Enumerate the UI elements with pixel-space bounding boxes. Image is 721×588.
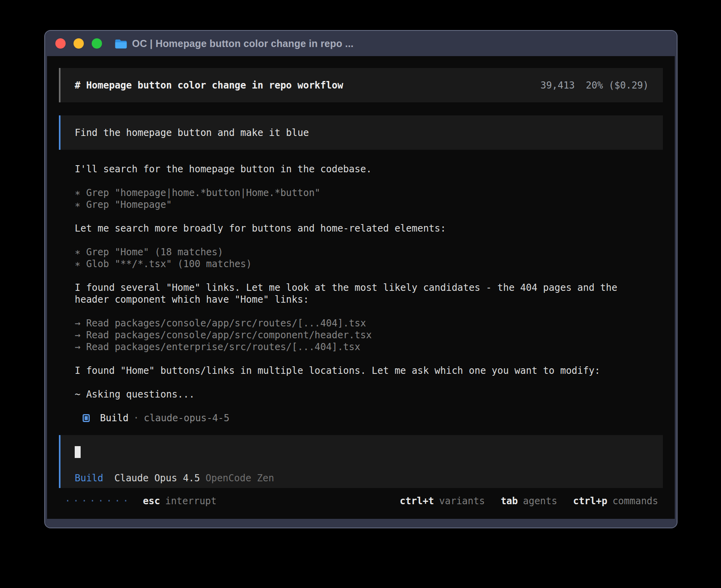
key-hint-variants: ctrl+tvariants [400,495,485,507]
assistant-block: I found several "Home" links. Let me loo… [75,282,663,305]
hint-label: agents [523,495,557,507]
agent-separator: · [133,412,139,424]
transcript-line: ∗ Grep "Home" (18 matches) [75,246,663,258]
minimize-button[interactable] [74,38,84,49]
assistant-block: I found "Home" buttons/links in multiple… [75,365,663,377]
user-message: Find the homepage button and make it blu… [59,115,663,150]
transcript-line: header component which have "Home" links… [75,294,663,305]
hint-key: ctrl+t [400,495,434,507]
agent-status-row: Build · claude-opus-4-5 [83,412,663,424]
transcript-line: → Read packages/enterprise/src/routes/[.… [75,341,663,353]
text-cursor [75,446,81,458]
transcript-line: ∗ Grep "Homepage" [75,199,663,211]
window-title: OC | Homepage button color change in rep… [132,38,353,49]
folder-icon [115,39,127,49]
desktop: OC | Homepage button color change in rep… [0,0,721,588]
transcript-line: I found "Home" buttons/links in multiple… [75,365,663,377]
agent-name: Build [100,412,128,424]
transcript-line: ∗ Grep "homepage|home.*button|Home.*butt… [75,187,663,199]
agent-model: claude-opus-4-5 [144,412,230,424]
assistant-block: I'll search for the homepage button in t… [75,163,663,175]
transcript-line: Let me search more broadly for buttons a… [75,222,663,234]
hint-key: tab [501,495,518,507]
title-bar[interactable]: OC | Homepage button color change in rep… [45,31,677,56]
assistant-block: → Read packages/console/app/src/routes/[… [75,317,663,353]
status-bar: ········ esc interrupt ctrl+tvariantstab… [59,495,663,507]
key-hint-commands: ctrl+pcommands [573,495,658,507]
prompt-input[interactable]: Build Claude Opus 4.5 OpenCode Zen [59,435,663,488]
assistant-block: ∗ Grep "homepage|home.*button|Home.*butt… [75,187,663,211]
assistant-block: ~ Asking questions... [75,388,663,400]
transcript-line: ∗ Glob "**/*.tsx" (100 matches) [75,258,663,270]
input-agent-label[interactable]: Build [75,472,103,484]
assistant-block: Let me search more broadly for buttons a… [75,222,663,234]
esc-key: esc [143,495,160,507]
zoom-button[interactable] [92,38,102,49]
spinner-dots: ········ [65,495,131,507]
input-model-label[interactable]: Claude Opus 4.5 [114,472,200,484]
status-right: ctrl+tvariantstabagentsctrl+pcommands [400,495,658,507]
hint-key: ctrl+p [573,495,608,507]
hint-label: commands [612,495,658,507]
transcript-line: → Read packages/console/app/src/routes/[… [75,317,663,329]
session-header: # Homepage button color change in repo w… [59,68,663,102]
transcript-line: I'll search for the homepage button in t… [75,163,663,175]
transcript-line: ~ Asking questions... [75,388,663,400]
window-bottom-frame [45,519,677,528]
input-line[interactable] [75,446,649,458]
input-provider-label: OpenCode Zen [206,472,274,484]
transcript-line: I found several "Home" links. Let me loo… [75,282,663,294]
hint-label: variants [439,495,485,507]
input-footer: Build Claude Opus 4.5 OpenCode Zen [75,472,649,484]
assistant-block: ∗ Grep "Home" (18 matches)∗ Glob "**/*.t… [75,246,663,270]
transcript: I'll search for the homepage button in t… [75,163,663,400]
user-message-text: Find the homepage button and make it blu… [75,127,309,139]
token-count: 39,413 [540,79,575,91]
session-title: # Homepage button color change in repo w… [75,79,343,91]
terminal-content: # Homepage button color change in repo w… [47,56,675,519]
traffic-lights [55,38,102,49]
status-left: ········ esc interrupt [65,495,217,507]
context-usage: 20% ($0.29) [586,79,649,91]
esc-label: interrupt [165,495,217,507]
key-hint-agents: tabagents [501,495,557,507]
session-stats: 39,413 20% ($0.29) [540,79,649,91]
agent-badge-icon [83,414,90,422]
close-button[interactable] [55,38,66,49]
transcript-line: → Read packages/console/app/src/componen… [75,329,663,341]
interrupt-hint: esc interrupt [143,495,217,507]
app-window: OC | Homepage button color change in rep… [44,30,678,528]
